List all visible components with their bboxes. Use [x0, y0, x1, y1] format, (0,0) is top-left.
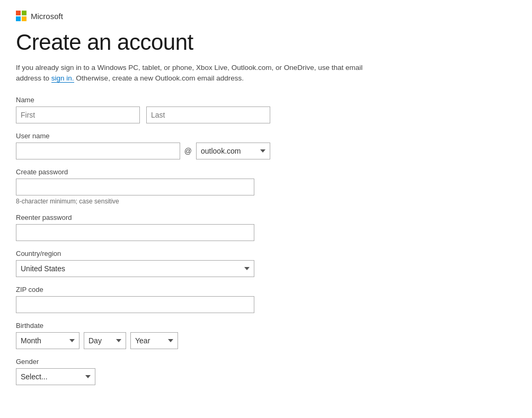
page-title: Create an account [16, 30, 516, 55]
at-sign: @ [180, 143, 196, 159]
gender-select[interactable]: Select... Male Female Other [16, 368, 95, 385]
zip-input[interactable] [16, 296, 254, 313]
create-password-input[interactable] [16, 179, 254, 195]
create-password-label: Create password [16, 168, 270, 176]
birthdate-label: Birthdate [16, 322, 270, 330]
name-label: Name [16, 96, 270, 104]
intro-paragraph: If you already sign in to a Windows PC, … [16, 63, 376, 84]
logo-green-square [22, 11, 26, 15]
intro-text-after: Otherwise, create a new Outlook.com emai… [76, 74, 244, 82]
logo-red-square [16, 11, 21, 15]
logo-yellow-square [22, 16, 26, 21]
last-name-input[interactable] [146, 106, 270, 123]
reenter-password-input[interactable] [16, 224, 254, 241]
day-select[interactable]: Day [84, 332, 126, 349]
reenter-password-label: Reenter password [16, 214, 270, 221]
username-row: @ outlook.com hotmail.com [16, 143, 270, 159]
logo-text: Microsoft [31, 12, 63, 21]
logo-blue-square [16, 16, 21, 21]
country-label: Country/region [16, 250, 270, 257]
sign-in-link[interactable]: sign in. [51, 74, 74, 83]
birthdate-row: Month January February March April May J… [16, 332, 270, 349]
country-select[interactable]: United States United Kingdom Canada Aust… [16, 260, 254, 277]
first-name-input[interactable] [16, 106, 140, 123]
logo-grid [16, 11, 26, 21]
username-input[interactable] [16, 143, 180, 159]
registration-form: Name User name @ outlook.com hotmail.com… [16, 96, 270, 385]
name-row [16, 106, 270, 123]
domain-select[interactable]: outlook.com hotmail.com [196, 143, 270, 159]
zip-label: ZIP code [16, 286, 270, 294]
username-label: User name [16, 132, 270, 140]
microsoft-logo: Microsoft [16, 11, 516, 21]
password-hint: 8-character minimum; case sensitive [16, 198, 270, 205]
gender-label: Gender [16, 358, 270, 366]
year-select[interactable]: Year [130, 332, 178, 349]
month-select[interactable]: Month January February March April May J… [16, 332, 79, 349]
